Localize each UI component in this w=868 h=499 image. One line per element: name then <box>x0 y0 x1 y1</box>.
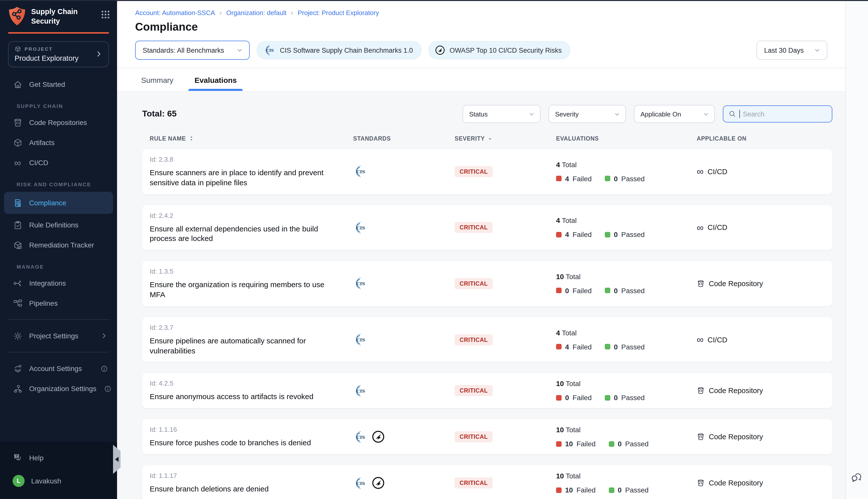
column-label: RULE NAME <box>150 135 186 142</box>
failed-group: 10 Failed <box>556 486 595 494</box>
sidebar-item-help[interactable]: ? Help <box>0 448 117 468</box>
rule-row[interactable]: Id: 1.1.17 Ensure branch deletions are d… <box>142 466 832 499</box>
severity-cell: CRITICAL <box>455 166 556 177</box>
cis-logo-icon: CIS <box>263 44 275 56</box>
standards-filter-label: Standards: All Benchmarks <box>143 46 224 54</box>
svg-text:CIS: CIS <box>357 169 365 174</box>
failed-label: Failed <box>572 343 592 351</box>
benchmark-chip-owasp[interactable]: OWASP Top 10 CI/CD Security Risks <box>429 41 570 59</box>
sidebar-item-project-settings[interactable]: Project Settings <box>0 326 117 346</box>
rule-name[interactable]: Ensure branch deletions are denied <box>150 484 337 494</box>
sidebar-item-compliance[interactable]: Compliance <box>4 192 113 214</box>
passed-label: Passed <box>621 343 644 351</box>
standards-cell: CIS <box>353 277 455 290</box>
failed-group: 10 Failed <box>556 440 595 448</box>
failed-value: 4 <box>565 343 569 351</box>
info-icon[interactable] <box>103 384 113 393</box>
passed-group: 0 Passed <box>605 175 645 183</box>
standards-cell: CIS <box>353 476 455 490</box>
support-chat-icon[interactable] <box>850 471 863 484</box>
svg-text:CIS: CIS <box>357 337 365 342</box>
info-icon[interactable] <box>99 364 109 374</box>
passed-label: Passed <box>625 486 649 494</box>
status-filter-dropdown[interactable]: Status <box>463 105 541 123</box>
app-switcher-grid-icon[interactable] <box>101 10 110 19</box>
failed-label: Failed <box>572 231 592 239</box>
total-value: 4 <box>556 161 560 169</box>
user-menu[interactable]: L Lavakush <box>0 468 117 494</box>
rule-name[interactable]: Ensure anonymous access to artifacts is … <box>150 392 337 402</box>
sort-updown-icon <box>188 135 194 142</box>
project-selector[interactable]: PROJECT Product Exploratory <box>8 41 109 67</box>
collapse-left-triangle-icon <box>115 457 119 462</box>
passed-value: 0 <box>614 175 618 183</box>
column-standards: STANDARDS <box>353 135 455 142</box>
total-count: Total: 65 <box>142 109 177 119</box>
column-severity[interactable]: SEVERITY <box>455 135 556 142</box>
cis-standard-icon: CIS <box>353 430 367 444</box>
page-title: Compliance <box>135 21 827 34</box>
severity-cell: CRITICAL <box>455 222 556 233</box>
tab-summary[interactable]: Summary <box>135 68 179 91</box>
failed-square-icon <box>556 176 562 182</box>
sidebar-item-pipelines[interactable]: Pipelines <box>0 293 117 313</box>
rule-row[interactable]: Id: 4.2.5 Ensure anonymous access to art… <box>142 373 832 409</box>
sidebar-item-rule-definitions[interactable]: Rule Definitions <box>0 215 117 235</box>
standards-filter-dropdown[interactable]: Standards: All Benchmarks <box>135 41 250 60</box>
sidebar-item-code-repositories[interactable]: Code Repositories <box>0 112 117 133</box>
applicable-on-cell: Code Repository <box>697 433 832 441</box>
organization-settings-icon <box>13 384 23 393</box>
sidebar-item-integrations[interactable]: Integrations <box>0 273 117 293</box>
page-header: Account: Automation-SSCA › Organization:… <box>117 1 845 68</box>
sidebar-item-organization-settings[interactable]: Organization Settings <box>0 378 117 399</box>
applicable-on-filter-dropdown[interactable]: Applicable On <box>634 105 715 123</box>
date-range-dropdown[interactable]: Last 30 Days <box>757 41 827 60</box>
column-rule-name[interactable]: RULE NAME <box>150 135 353 142</box>
cis-standard-icon: CIS <box>353 333 367 346</box>
sidebar-item-account-settings[interactable]: Account Settings <box>0 358 117 378</box>
sidebar-item-cicd[interactable]: ∞ CI/CD <box>0 153 117 173</box>
failed-value: 0 <box>565 287 569 295</box>
rule-name[interactable]: Ensure all external dependencies used in… <box>150 224 337 243</box>
breadcrumb-organization[interactable]: Organization: default <box>226 9 287 16</box>
sidebar-item-label: Help <box>29 454 44 462</box>
rule-row[interactable]: Id: 2.3.8 Ensure scanners are in place t… <box>142 149 832 194</box>
standards-cell: CIS <box>353 333 455 346</box>
sidebar-header: Supply Chain Security <box>0 0 117 34</box>
date-range-label: Last 30 Days <box>764 46 804 54</box>
sidebar-item-label: Rule Definitions <box>29 221 79 229</box>
evaluations-cell: 10 Total 0 Failed 0 Passed <box>556 272 697 295</box>
search-box[interactable] <box>723 106 832 122</box>
rule-row[interactable]: Id: 2.4.2 Ensure all external dependenci… <box>142 205 832 250</box>
evaluations-cell: 10 Total 10 Failed 0 Passed <box>556 426 697 448</box>
column-evaluations: EVALUATIONS <box>556 135 697 142</box>
rule-row[interactable]: Id: 1.1.16 Ensure force pushes code to b… <box>142 419 832 454</box>
sidebar-item-remediation-tracker[interactable]: Remediation Tracker <box>0 235 117 255</box>
svg-text:?: ? <box>15 454 18 458</box>
breadcrumb-project[interactable]: Project: Product Exploratory <box>298 9 379 16</box>
sidebar-item-get-started[interactable]: Get Started <box>0 74 117 94</box>
tab-evaluations[interactable]: Evaluations <box>188 68 243 91</box>
sidebar: Supply Chain Security <box>0 0 117 499</box>
sidebar-item-artifacts[interactable]: Artifacts <box>0 133 117 153</box>
chevron-down-icon <box>236 47 243 54</box>
breadcrumb-account[interactable]: Account: Automation-SSCA <box>135 9 215 16</box>
benchmark-chip-label: CIS Software Supply Chain Benchmarks 1.0 <box>280 46 413 54</box>
passed-group: 0 Passed <box>608 440 649 448</box>
rule-row[interactable]: Id: 1.3.5 Ensure the organization is req… <box>142 261 832 306</box>
rule-name[interactable]: Ensure the organization is requiring mem… <box>150 280 337 300</box>
rule-name[interactable]: Ensure force pushes code to branches is … <box>150 438 337 448</box>
rule-name[interactable]: Ensure pipelines are automatically scann… <box>150 336 337 356</box>
search-input[interactable] <box>743 110 827 118</box>
code-repository-icon <box>697 280 705 288</box>
total-value: 4 <box>556 329 560 337</box>
filters: Status Severity Applicable On <box>463 105 832 123</box>
benchmark-chip-cis[interactable]: CIS CIS Software Supply Chain Benchmarks… <box>257 41 421 59</box>
severity-filter-label: Severity <box>555 110 579 118</box>
rule-id: Id: 1.1.16 <box>150 426 353 434</box>
severity-filter-dropdown[interactable]: Severity <box>548 105 626 123</box>
failed-value: 4 <box>565 231 569 239</box>
rule-cell: Id: 2.3.8 Ensure scanners are in place t… <box>150 156 353 187</box>
rule-row[interactable]: Id: 2.3.7 Ensure pipelines are automatic… <box>142 317 832 362</box>
rule-name[interactable]: Ensure scanners are in place to identify… <box>150 168 337 187</box>
